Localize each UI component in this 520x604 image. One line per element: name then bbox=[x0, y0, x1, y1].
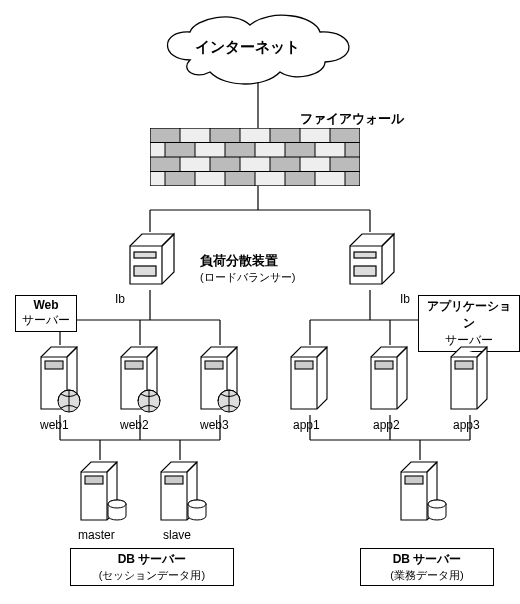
web-server-icon bbox=[195, 345, 245, 415]
db-server-icon bbox=[155, 460, 211, 526]
db-session-title: DB サーバー bbox=[77, 551, 227, 568]
web-server-icon bbox=[35, 345, 85, 415]
app1-label: app1 bbox=[293, 418, 320, 432]
svg-rect-92 bbox=[354, 252, 376, 258]
web3-label: web3 bbox=[200, 418, 229, 432]
svg-rect-109 bbox=[405, 476, 423, 484]
svg-rect-94 bbox=[45, 361, 63, 369]
svg-rect-93 bbox=[354, 266, 376, 276]
svg-point-105 bbox=[108, 500, 126, 508]
db-slave-label: slave bbox=[163, 528, 191, 542]
db-master-label: master bbox=[78, 528, 115, 542]
db-server-icon bbox=[395, 460, 451, 526]
svg-rect-100 bbox=[295, 361, 313, 369]
svg-rect-106 bbox=[165, 476, 183, 484]
app-group-title: アプリケーション bbox=[425, 298, 513, 332]
db-session-group: DB サーバー (セッションデータ用) bbox=[70, 548, 234, 586]
web-group-title: Web bbox=[22, 298, 70, 312]
load-balancer-icon bbox=[122, 232, 178, 290]
db-business-group: DB サーバー (業務データ用) bbox=[360, 548, 494, 586]
web-group-sub: サーバー bbox=[22, 312, 70, 329]
web2-label: web2 bbox=[120, 418, 149, 432]
app2-label: app2 bbox=[373, 418, 400, 432]
web1-label: web1 bbox=[40, 418, 69, 432]
load-balancer-icon bbox=[342, 232, 398, 290]
svg-rect-101 bbox=[375, 361, 393, 369]
lb-title: 負荷分散装置 bbox=[200, 252, 278, 270]
svg-rect-103 bbox=[85, 476, 103, 484]
lb-subtitle: (ロードバランサー) bbox=[200, 270, 295, 285]
app-server-icon bbox=[445, 345, 495, 415]
db-session-sub: (セッションデータ用) bbox=[77, 568, 227, 583]
svg-point-111 bbox=[428, 500, 446, 508]
svg-rect-96 bbox=[125, 361, 143, 369]
svg-rect-98 bbox=[205, 361, 223, 369]
lb-right-id: Ib bbox=[400, 292, 410, 306]
app3-label: app3 bbox=[453, 418, 480, 432]
svg-point-108 bbox=[188, 500, 206, 508]
svg-rect-90 bbox=[134, 252, 156, 258]
app-server-icon bbox=[285, 345, 335, 415]
db-business-sub: (業務データ用) bbox=[367, 568, 487, 583]
app-group-label: アプリケーション サーバー bbox=[418, 295, 520, 352]
lb-left-id: Ib bbox=[115, 292, 125, 306]
svg-rect-102 bbox=[455, 361, 473, 369]
app-server-icon bbox=[365, 345, 415, 415]
web-group-label: Web サーバー bbox=[15, 295, 77, 332]
web-server-icon bbox=[115, 345, 165, 415]
svg-rect-91 bbox=[134, 266, 156, 276]
db-server-icon bbox=[75, 460, 131, 526]
db-business-title: DB サーバー bbox=[367, 551, 487, 568]
